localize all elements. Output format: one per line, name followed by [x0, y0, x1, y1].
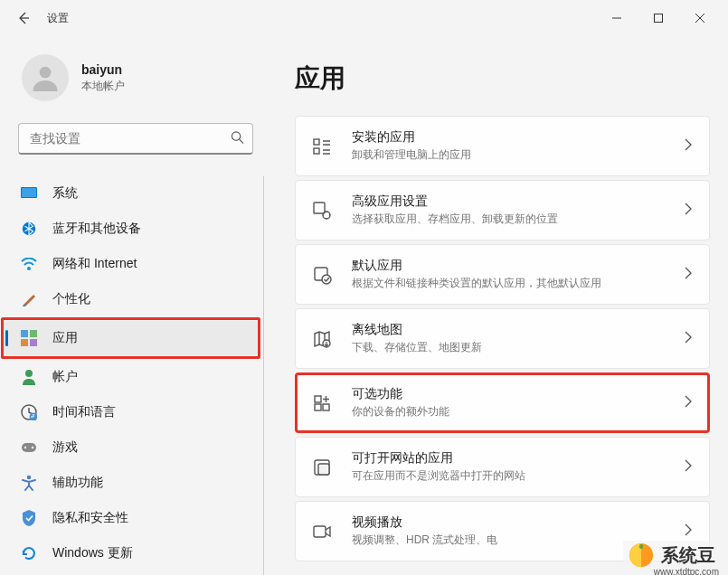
sidebar-item-gaming[interactable]: 游戏 [4, 430, 258, 465]
window-controls [596, 4, 721, 33]
card-apps-for-websites[interactable]: 可打开网站的应用可在应用而不是浏览器中打开的网站 [295, 437, 710, 497]
window-title: 设置 [47, 11, 69, 26]
card-title: 可选功能 [352, 386, 684, 402]
installed-apps-icon [310, 135, 334, 158]
svg-rect-29 [318, 464, 329, 475]
search-input[interactable] [18, 123, 253, 155]
svg-rect-7 [21, 330, 28, 337]
svg-rect-30 [314, 526, 326, 537]
system-icon [20, 184, 38, 203]
sidebar-item-system[interactable]: 系统 [4, 176, 258, 211]
nav-label: 系统 [52, 185, 78, 202]
time-icon [20, 403, 38, 421]
nav-list: 系统 蓝牙和其他设备 网络和 Internet 个性化 应用 [4, 176, 264, 575]
search-icon [231, 130, 244, 147]
maximize-button[interactable] [638, 4, 679, 33]
apps-icon [20, 329, 38, 347]
sidebar-item-accounts[interactable]: 帐户 [4, 360, 258, 394]
card-default-apps[interactable]: 默认应用根据文件和链接种类设置的默认应用，其他默认应用 [295, 244, 710, 305]
card-offline-maps[interactable]: 离线地图下载、存储位置、地图更新 [295, 308, 710, 369]
svg-point-2 [232, 131, 240, 139]
gaming-icon [20, 438, 38, 457]
sidebar-item-windows-update[interactable]: Windows 更新 [4, 536, 258, 570]
network-icon [20, 255, 38, 273]
nav-label: 应用 [52, 330, 78, 346]
titlebar: 设置 [0, 0, 728, 36]
card-title: 视频播放 [352, 514, 684, 531]
chevron-right-icon [684, 523, 693, 540]
optional-features-icon [310, 391, 334, 415]
svg-point-23 [322, 275, 331, 284]
card-sub: 选择获取应用、存档应用、卸载更新的位置 [352, 212, 684, 227]
nav-label: 蓝牙和其他设备 [52, 221, 141, 237]
watermark: 系统豆 [623, 541, 721, 570]
svg-rect-10 [30, 339, 37, 346]
svg-rect-19 [314, 148, 319, 154]
close-button[interactable] [679, 4, 721, 33]
nav-highlight-box: 应用 [1, 317, 260, 359]
card-title: 默认应用 [352, 258, 684, 274]
personalize-icon [20, 290, 38, 308]
card-sub: 根据文件和链接种类设置的默认应用，其他默认应用 [352, 276, 684, 291]
sidebar-item-network[interactable]: 网络和 Internet [4, 247, 258, 281]
card-installed-apps[interactable]: 安装的应用卸载和管理电脑上的应用 [295, 116, 710, 176]
sidebar-item-time-language[interactable]: 时间和语言 [4, 395, 258, 429]
privacy-icon [20, 509, 38, 527]
profile-section[interactable]: baiyun 本地帐户 [18, 36, 253, 123]
svg-point-16 [32, 447, 33, 448]
nav-label: 帐户 [52, 369, 78, 385]
sidebar-item-bluetooth[interactable]: 蓝牙和其他设备 [4, 212, 258, 246]
card-sub: 可在应用而不是浏览器中打开的网站 [352, 468, 684, 484]
chevron-right-icon [684, 138, 693, 155]
sidebar-item-privacy[interactable]: 隐私和安全性 [4, 501, 258, 535]
svg-point-1 [40, 67, 52, 79]
update-icon [20, 544, 38, 562]
svg-rect-18 [314, 139, 319, 145]
card-advanced-app-settings[interactable]: 高级应用设置选择获取应用、存档应用、卸载更新的位置 [295, 180, 710, 240]
nav-label: 游戏 [52, 439, 78, 456]
svg-rect-26 [315, 404, 321, 410]
svg-point-11 [25, 370, 33, 377]
video-icon [310, 520, 334, 543]
card-title: 离线地图 [352, 322, 684, 338]
svg-rect-25 [315, 396, 321, 402]
page-title: 应用 [295, 61, 710, 96]
sidebar-item-personalization[interactable]: 个性化 [4, 282, 258, 316]
minimize-icon [612, 14, 621, 23]
svg-rect-4 [22, 188, 36, 197]
avatar-icon [29, 61, 61, 94]
account-icon [20, 368, 38, 386]
chevron-right-icon [684, 203, 693, 219]
chevron-right-icon [684, 267, 693, 283]
profile-subtitle: 本地帐户 [81, 79, 125, 94]
nav-label: 辅助功能 [52, 475, 103, 491]
sidebar-item-accessibility[interactable]: 辅助功能 [4, 466, 258, 500]
back-arrow-icon [16, 11, 31, 25]
minimize-button[interactable] [596, 4, 638, 33]
profile-name: baiyun [81, 62, 125, 77]
watermark-url: www.xtdtpc.com [654, 567, 719, 575]
sidebar: baiyun 本地帐户 系统 蓝牙和其他设备 网络和 Internet [0, 36, 268, 575]
card-optional-features[interactable]: 可选功能你的设备的额外功能 [295, 372, 710, 433]
svg-point-6 [27, 267, 31, 270]
back-button[interactable] [7, 2, 40, 34]
card-list: 安装的应用卸载和管理电脑上的应用 高级应用设置选择获取应用、存档应用、卸载更新的… [295, 116, 710, 561]
svg-rect-14 [22, 443, 36, 452]
nav-label: 网络和 Internet [52, 256, 137, 272]
svg-point-21 [323, 212, 330, 219]
advanced-settings-icon [310, 199, 334, 222]
nav-label: 个性化 [52, 291, 90, 307]
default-apps-icon [310, 263, 334, 287]
card-title: 可打开网站的应用 [352, 450, 684, 467]
svg-point-32 [639, 544, 643, 549]
svg-rect-27 [323, 404, 329, 410]
svg-point-17 [27, 476, 31, 479]
maximize-icon [654, 14, 663, 23]
nav-label: 隐私和安全性 [52, 510, 128, 526]
chevron-right-icon [684, 459, 693, 476]
card-sub: 你的设备的额外功能 [352, 404, 684, 419]
svg-point-15 [24, 447, 26, 448]
nav-label: Windows 更新 [52, 545, 133, 561]
sidebar-item-apps[interactable]: 应用 [4, 321, 258, 355]
card-title: 高级应用设置 [352, 193, 684, 210]
